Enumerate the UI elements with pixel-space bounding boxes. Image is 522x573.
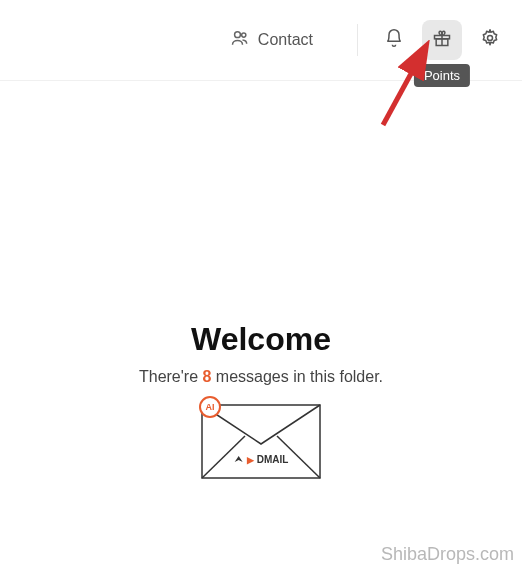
page-title: Welcome xyxy=(191,321,331,358)
notifications-button[interactable] xyxy=(374,20,414,60)
gear-icon xyxy=(480,28,500,52)
points-button[interactable]: Points xyxy=(422,20,462,60)
envelope-illustration: AI ▶ DMAIL xyxy=(201,404,321,479)
bell-icon xyxy=(384,28,404,52)
header-bar: Contact Points xyxy=(0,0,522,81)
dmail-triangle-icon: ▶ xyxy=(247,455,254,465)
svg-point-5 xyxy=(488,36,493,41)
points-tooltip: Points xyxy=(414,64,470,87)
vertical-divider xyxy=(357,24,358,56)
dmail-logo-icon xyxy=(234,455,244,465)
gift-icon xyxy=(432,28,452,52)
svg-point-1 xyxy=(242,33,246,37)
settings-button[interactable] xyxy=(470,20,510,60)
main-content: Welcome There're 8 messages in this fold… xyxy=(0,121,522,479)
dmail-logo: ▶ DMAIL xyxy=(234,454,289,465)
ai-badge-icon: AI xyxy=(199,396,221,418)
watermark: ShibaDrops.com xyxy=(381,544,514,565)
contacts-icon xyxy=(230,28,250,52)
envelope-icon xyxy=(201,404,321,479)
folder-message: There're 8 messages in this folder. xyxy=(139,368,383,386)
contact-link[interactable]: Contact xyxy=(230,28,313,52)
contact-label: Contact xyxy=(258,31,313,49)
svg-point-0 xyxy=(234,32,240,38)
